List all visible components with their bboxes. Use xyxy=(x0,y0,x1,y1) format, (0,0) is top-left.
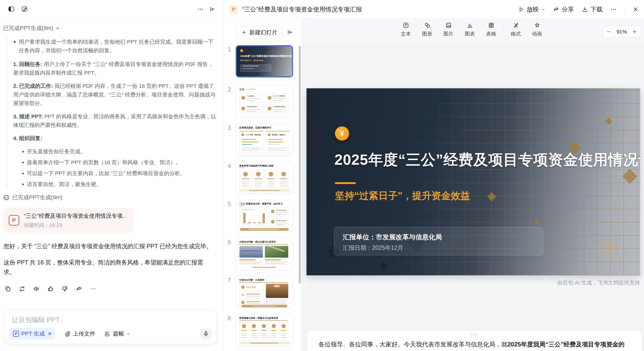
tool-shapes[interactable]: 图形 xyxy=(416,22,438,37)
assistant-reply-paragraph: 这份 PPT 共 16 页，整体采用专业、简洁的商务风格，希望能满足您的汇报需求… xyxy=(4,258,214,277)
file-title: “三公”经费及项目专项资金使用情况专项... xyxy=(24,212,125,220)
thinking-step: 4. 组织回复: xyxy=(13,134,216,143)
document-title: “三公”经费及项目专项资金使用情况专项汇报 xyxy=(242,5,362,13)
slide-thumbnail-1[interactable]: 2025年度“三公”经费及项目专项资金使用情况专项汇报 坚持“过紧日子”，提升资… xyxy=(236,45,293,77)
yuan-coin-icon[interactable]: ¥ xyxy=(335,126,349,141)
zoom-in-button[interactable] xyxy=(629,29,640,34)
zoom-level[interactable]: 91% xyxy=(615,26,629,37)
mini-subtitle: 坚持“过紧日子”，提升资金效益 xyxy=(240,59,263,62)
slides-panel: 新建幻灯片 1 2025年度“三公”经费及项目专项资金使用情况专项汇报 坚持“过… xyxy=(224,19,302,351)
share-icon xyxy=(553,6,559,13)
length-selector[interactable]: 篇幅 xyxy=(104,330,130,338)
copy-icon[interactable] xyxy=(4,285,12,293)
chat-input-placeholder: 让豆包编辑 PPT xyxy=(12,315,60,324)
slide-subtitle[interactable]: 坚持“过紧日子”，提升资金效益 xyxy=(335,189,470,202)
thumbs-up-icon[interactable] xyxy=(46,285,55,293)
decor-diamond xyxy=(622,169,637,184)
generated-ppt-file-card[interactable]: P “三公”经费及项目专项资金使用情况专项... 创建时间：16:23 xyxy=(4,208,134,233)
remove-chip-icon[interactable]: ✕ xyxy=(48,331,52,337)
thinking-subpoint: 开头直接告知任务完成。 xyxy=(22,147,216,156)
slide-thumbnail-5[interactable]: “三公”经费总体分析：预算严控，执行有力 xyxy=(236,200,293,232)
mini-coin-icon xyxy=(240,49,243,52)
slide-thumbnail-3[interactable]: 总体情况速览：压减与增效并行 “三公”经费：持续压减 项目资金：高效执行 xyxy=(236,124,293,156)
thinking-step: 3. 描述 PPT: PPT 的风格是专业、简洁的商务风，采用了高级灰和金色作为… xyxy=(13,112,216,129)
thinking-section-header[interactable]: 已完成PPT生成(9m) xyxy=(3,24,216,32)
slide-thumbnail-8[interactable]: 管理措施与成效：构建全方位监管体系 xyxy=(236,314,293,346)
thinking-step: 1. 回顾任务: 用户上传了一份关于 “三公” 经费及项目专项资金使用情况的 P… xyxy=(13,60,216,77)
new-slide-label: 新建幻灯片 xyxy=(249,29,277,36)
read-aloud-icon[interactable] xyxy=(32,285,41,293)
task-done-row: 已完成PPT生成(9m) xyxy=(3,194,216,201)
image-icon xyxy=(445,22,452,29)
collapse-slides-icon[interactable] xyxy=(287,29,293,36)
editor-canvas: 文本 图形 图片 图表 表格 格式 xyxy=(302,19,644,351)
chat-input-box[interactable]: 让豆包编辑 PPT P PPT 生成 ✕ 上传文件 篇幅 xyxy=(4,310,217,344)
decor-diamond xyxy=(379,262,389,271)
share-label: 分享 xyxy=(562,5,574,13)
shapes-icon xyxy=(424,22,431,29)
thinking-status-label: 已完成PPT生成(9m) xyxy=(3,24,53,32)
format-icon xyxy=(512,22,519,29)
voice-input-button[interactable] xyxy=(200,328,212,340)
notes-drag-handle[interactable] xyxy=(471,333,478,337)
sidebar-toggle-icon[interactable] xyxy=(6,4,16,14)
share-message-icon[interactable] xyxy=(75,285,83,293)
ai-attribution-text: 由豆包 AI 生成，飞书文档提供支持 xyxy=(557,279,640,286)
chat-more-icon[interactable] xyxy=(196,4,206,14)
report-info-card[interactable]: 汇报单位：市发展改革与信息化局 汇报日期：2025年12月 xyxy=(334,227,543,255)
editor-header: P “三公”经费及项目专项资金使用情况专项汇报 放映 分享 下载 xyxy=(224,0,644,19)
thumbs-down-icon[interactable] xyxy=(60,285,69,293)
speaker-notes-panel[interactable]: 各位领导、各位同事，大家好。今天我代表市发展改革与信息化局，就2025年度我局“… xyxy=(307,331,641,351)
tool-animation[interactable]: 动画 xyxy=(526,22,548,37)
target-rings-icon xyxy=(601,240,618,257)
slide-thumbnail-4[interactable]: 资金管理与效益提升年度核心成效 xyxy=(236,162,293,194)
present-button[interactable]: 放映 xyxy=(518,5,545,13)
ppt-mode-chip[interactable]: P PPT 生成 ✕ xyxy=(9,328,55,340)
slide-thumbnail-7[interactable]: 分项支出详解：公务接待 ¥29.0 万元 xyxy=(236,276,293,308)
decor-diamond xyxy=(487,192,496,202)
slide-number: 3 xyxy=(226,125,233,131)
more-actions-icon[interactable] xyxy=(89,285,98,293)
decor-diamond xyxy=(534,218,540,225)
length-icon xyxy=(104,330,110,337)
slide-number: 4 xyxy=(226,163,233,170)
download-button[interactable]: 下载 xyxy=(582,5,603,13)
regenerate-icon[interactable] xyxy=(18,285,26,293)
chevron-down-icon xyxy=(126,332,130,336)
download-icon xyxy=(582,6,588,13)
mini-title: 2025年度“三公”经费及项目专项资金使用情况专项汇报 xyxy=(240,55,292,58)
chat-header xyxy=(0,0,223,18)
upload-file-button[interactable]: 上传文件 xyxy=(64,330,95,338)
slide-editor-stage[interactable]: ¥ 2025年度“三公”经费及项目专项资金使用情况专项汇报 坚持“过紧日子”，提… xyxy=(307,88,640,275)
slide-number: 8 xyxy=(226,315,233,322)
thinking-steps: 1. 回顾任务: 用户上传了一份关于 “三公” 经费及项目专项资金使用情况的 P… xyxy=(13,60,216,143)
chat-panel: 已完成PPT生成(9m) 用户要求我生成一个简单的结束语，告知他们 PPT 任务… xyxy=(0,0,224,351)
slide-thumbnail-6[interactable]: 分项支出详解：因公出国与公务用车 xyxy=(236,238,293,270)
tool-image[interactable]: 图片 xyxy=(438,22,459,37)
tool-text[interactable]: 文本 xyxy=(395,22,416,37)
play-icon xyxy=(518,6,524,13)
collapse-chat-icon[interactable] xyxy=(207,4,217,14)
chat-transcript: 已完成PPT生成(9m) 用户要求我生成一个简单的结束语，告知他们 PPT 任务… xyxy=(0,18,223,303)
zoom-out-button[interactable] xyxy=(603,29,615,34)
slides-scrollbar[interactable] xyxy=(299,46,301,284)
tool-chart[interactable]: 图表 xyxy=(459,22,480,37)
report-date-line: 汇报日期：2025年12月 xyxy=(343,244,403,252)
share-button[interactable]: 分享 xyxy=(553,5,574,13)
slide-title[interactable]: 2025年度“三公”经费及项目专项资金使用情况专项汇报 xyxy=(334,150,640,170)
slide-thumbnail-9[interactable] xyxy=(236,349,293,351)
tool-format[interactable]: 格式 xyxy=(505,22,526,37)
thinking-block: 用户要求我生成一个简单的结束语，告知他们 PPT 任务已经完成。我需要回顾一下任… xyxy=(7,38,216,189)
ppt-chip-label: PPT 生成 xyxy=(21,330,45,338)
close-editor-icon[interactable] xyxy=(632,6,639,13)
slide-thumbnail-2[interactable]: 目录 CONTENTS 01.总体概览 02.“三公”经费管理 03.项目资金使… xyxy=(236,85,293,118)
new-chat-icon[interactable] xyxy=(19,4,29,14)
editor-more-icon[interactable] xyxy=(610,6,617,13)
new-slide-button[interactable]: 新建幻灯片 xyxy=(236,26,282,39)
thinking-step: 2. 已完成的工作: 我已经根据 PDF 内容，生成了一份 16 页的 PPT。… xyxy=(13,82,216,108)
tool-table[interactable]: 表格 xyxy=(480,22,502,37)
slide-number: 5 xyxy=(226,201,233,208)
check-circle-icon xyxy=(3,194,10,201)
speaker-notes-text[interactable]: 各位领导、各位同事，大家好。今天我代表市发展改革与信息化局，就2025年度我局“… xyxy=(318,339,630,351)
ppt-file-icon: P xyxy=(9,215,19,226)
